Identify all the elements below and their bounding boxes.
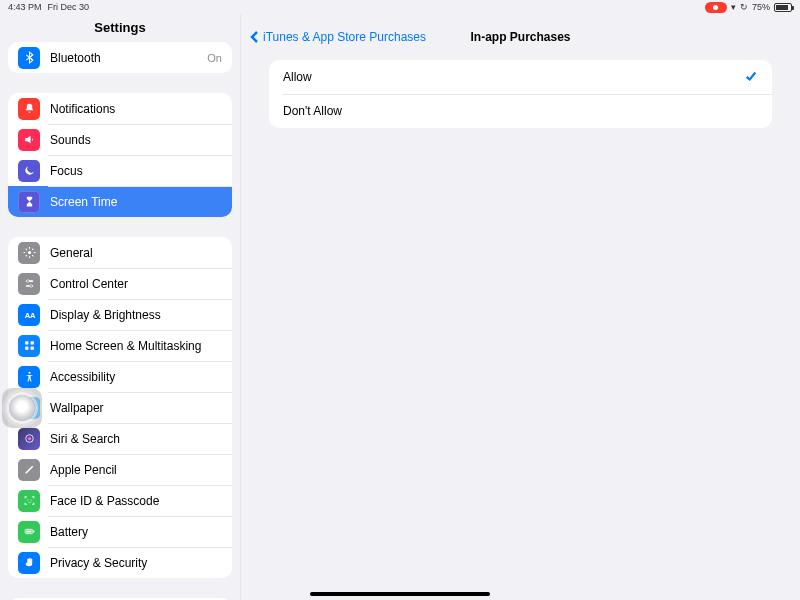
assistive-touch[interactable] [2, 388, 42, 428]
sidebar-item-label: Display & Brightness [50, 308, 222, 322]
option-label: Don't Allow [283, 104, 342, 118]
svg-rect-8 [25, 347, 28, 350]
sidebar-item-screentime[interactable]: Screen Time [8, 186, 232, 217]
detail-pane: Allow Don't Allow [240, 42, 800, 600]
battery-icon [18, 521, 40, 543]
option-allow[interactable]: Allow [269, 60, 772, 94]
svg-point-4 [29, 285, 32, 288]
sidebar-item-label: Battery [50, 525, 222, 539]
option-dont-allow[interactable]: Don't Allow [269, 94, 772, 128]
text-size-icon: AA [18, 304, 40, 326]
svg-point-3 [26, 280, 29, 283]
svg-rect-7 [30, 341, 33, 344]
sidebar-item-privacy[interactable]: Privacy & Security [8, 547, 232, 578]
svg-rect-9 [30, 347, 33, 350]
siri-icon [18, 428, 40, 450]
sidebar-item-label: Focus [50, 164, 222, 178]
sidebar-item-siri[interactable]: Siri & Search [8, 423, 232, 454]
sidebar-item-label: Accessibility [50, 370, 222, 384]
grid-icon [18, 335, 40, 357]
sidebar-item-label: Notifications [50, 102, 222, 116]
sidebar-item-bluetooth[interactable]: Bluetooth On [8, 42, 232, 73]
sidebar-item-label: Screen Time [50, 195, 222, 209]
home-indicator[interactable] [310, 592, 490, 596]
speaker-icon [18, 129, 40, 151]
header: Settings iTunes & App Store Purchases In… [0, 14, 800, 42]
sidebar-item-pencil[interactable]: Apple Pencil [8, 454, 232, 485]
accessibility-icon [18, 366, 40, 388]
sidebar-item-label: General [50, 246, 222, 260]
bell-icon [18, 98, 40, 120]
hand-icon [18, 552, 40, 574]
sidebar-item-label: Face ID & Passcode [50, 494, 222, 508]
status-date: Fri Dec 30 [48, 2, 90, 12]
sidebar-item-sounds[interactable]: Sounds [8, 124, 232, 155]
chevron-left-icon [249, 31, 261, 43]
checkmark-icon [744, 69, 758, 86]
svg-point-17 [27, 437, 30, 440]
settings-sidebar[interactable]: Bluetooth On Notifications Sounds Focus … [0, 42, 240, 600]
svg-point-19 [30, 499, 31, 500]
sidebar-item-label: Apple Pencil [50, 463, 222, 477]
sidebar-item-battery[interactable]: Battery [8, 516, 232, 547]
pencil-icon [18, 459, 40, 481]
sidebar-item-label: Siri & Search [50, 432, 222, 446]
sidebar-item-label: Bluetooth [50, 51, 207, 65]
option-label: Allow [283, 70, 312, 84]
svg-rect-21 [33, 530, 34, 532]
wifi-icon: ▾ [731, 2, 736, 12]
sliders-icon [18, 273, 40, 295]
sidebar-item-display[interactable]: AA Display & Brightness [8, 299, 232, 330]
svg-point-18 [27, 499, 28, 500]
moon-icon [18, 160, 40, 182]
hourglass-icon [18, 191, 40, 213]
sidebar-item-label: Sounds [50, 133, 222, 147]
battery-icon [774, 3, 792, 12]
sidebar-group: Notifications Sounds Focus Screen Time [8, 93, 232, 217]
sidebar-item-focus[interactable]: Focus [8, 155, 232, 186]
sidebar-item-homescreen[interactable]: Home Screen & Multitasking [8, 330, 232, 361]
sidebar-item-label: Control Center [50, 277, 222, 291]
options-group: Allow Don't Allow [269, 60, 772, 128]
svg-rect-6 [25, 341, 28, 344]
svg-text:AA: AA [24, 311, 35, 320]
status-time: 4:43 PM [8, 2, 42, 12]
gear-icon [18, 242, 40, 264]
battery-pct: 75% [752, 2, 770, 12]
sidebar-item-label: Wallpaper [50, 401, 222, 415]
svg-point-10 [28, 372, 30, 374]
sidebar-title: Settings [0, 14, 240, 42]
sidebar-item-faceid[interactable]: Face ID & Passcode [8, 485, 232, 516]
svg-point-0 [27, 251, 30, 254]
orientation-lock-icon: ↻ [740, 2, 748, 12]
faceid-icon [18, 490, 40, 512]
sidebar-item-label: Home Screen & Multitasking [50, 339, 222, 353]
back-button[interactable]: iTunes & App Store Purchases [241, 30, 426, 44]
sidebar-group: Bluetooth On [8, 42, 232, 73]
bluetooth-icon [18, 47, 40, 69]
bluetooth-value: On [207, 52, 222, 64]
back-label: iTunes & App Store Purchases [263, 30, 426, 44]
status-bar: 4:43 PM Fri Dec 30 ▾ ↻ 75% [0, 0, 800, 14]
sidebar-item-general[interactable]: General [8, 237, 232, 268]
sidebar-item-accessibility[interactable]: Accessibility [8, 361, 232, 392]
sidebar-item-label: Privacy & Security [50, 556, 222, 570]
screen-record-indicator [705, 2, 727, 13]
sidebar-item-controlcenter[interactable]: Control Center [8, 268, 232, 299]
svg-rect-22 [26, 530, 31, 532]
sidebar-item-notifications[interactable]: Notifications [8, 93, 232, 124]
